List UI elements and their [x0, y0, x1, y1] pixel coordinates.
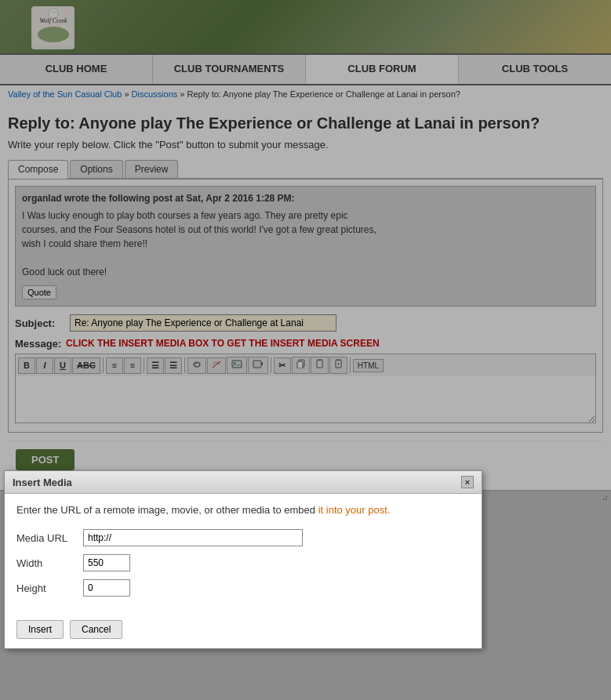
dialog-footer: Insert Cancel — [5, 614, 482, 648]
media-url-label: Media URL — [16, 532, 83, 544]
dialog-close-button[interactable]: × — [461, 476, 474, 488]
dialog-cancel-button[interactable]: Cancel — [70, 620, 122, 639]
dialog-intro-highlight: it into your post. — [318, 504, 391, 516]
dialog-overlay: Insert Media × Enter the URL of a remote… — [0, 0, 611, 700]
dialog-header: Insert Media × — [5, 471, 482, 494]
insert-media-dialog: Insert Media × Enter the URL of a remote… — [4, 470, 482, 649]
height-input[interactable] — [83, 579, 130, 597]
width-label: Width — [16, 557, 83, 569]
width-row: Width — [16, 554, 470, 571]
dialog-intro-text: Enter the URL of a remote image, movie, … — [16, 504, 315, 516]
height-label: Height — [16, 582, 83, 594]
width-input[interactable] — [83, 554, 130, 571]
dialog-intro: Enter the URL of a remote image, movie, … — [16, 503, 470, 517]
media-url-row: Media URL — [16, 529, 470, 546]
dialog-insert-button[interactable]: Insert — [16, 620, 64, 639]
media-url-input[interactable] — [83, 529, 303, 546]
dialog-body: Enter the URL of a remote image, movie, … — [5, 494, 482, 614]
height-row: Height — [16, 579, 470, 597]
dialog-title: Insert Media — [13, 477, 72, 488]
